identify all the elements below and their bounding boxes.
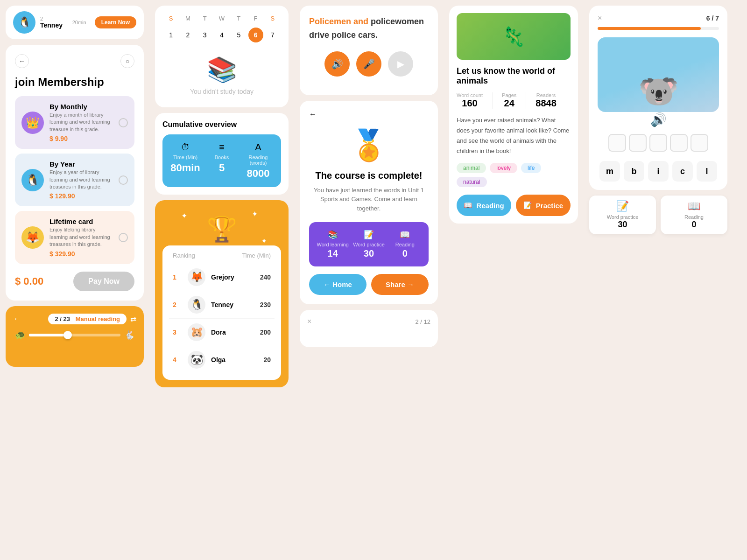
learn-now-button[interactable]: Learn Now	[95, 16, 136, 28]
plan-yearly-avatar: 🐧	[21, 169, 44, 191]
ranking-row-3: 3 🐹 Dora 200	[169, 319, 275, 346]
cal-sunday-label: S	[162, 13, 179, 24]
plan-yearly[interactable]: 🐧 By Year Enjoy a year of library learni…	[15, 154, 134, 206]
plan-monthly[interactable]: 👑 By Monthly Enjoy a month of library le…	[15, 96, 134, 149]
animal-book-card: 🦎 Let us know the world of animals Word …	[449, 6, 578, 224]
manual-reading-settings-button[interactable]: ⇄	[130, 315, 136, 323]
cc-stat-word-learning-label: Word learning	[317, 242, 349, 247]
word-count-value: 160	[457, 98, 483, 109]
course-complete-card: ← 🏅 The course is complete! You have jus…	[300, 101, 438, 305]
slider-fill	[29, 334, 65, 336]
letter-option-b[interactable]: b	[624, 161, 644, 182]
membership-back-button[interactable]: ←	[15, 54, 29, 68]
plan-monthly-info: By Monthly Enjoy a month of library lear…	[49, 103, 113, 142]
tag-life[interactable]: life	[521, 163, 541, 173]
course-complete-title: The course is complete!	[309, 170, 429, 181]
stat-reading: A Reading (words) 8000	[243, 142, 274, 180]
word-stats-row: 📝 Word practice 30 📖 Reading 0	[589, 196, 727, 234]
word-audio-area: 🔊	[598, 112, 719, 127]
flashcard-progress-bar	[598, 27, 719, 30]
rank-1-name: Grejory	[211, 273, 260, 281]
manual-reading-slider[interactable]: 🐢 🐇	[13, 330, 136, 340]
cc-reading-icon: 📖	[389, 230, 421, 240]
plan-monthly-avatar: 👑	[21, 112, 44, 134]
tag-animal[interactable]: animal	[457, 163, 486, 173]
stat-time: ⏱ Time (Min) 80min	[170, 142, 201, 180]
rank-1-num: 1	[173, 273, 182, 281]
plan-monthly-radio[interactable]	[119, 118, 128, 127]
manual-reading-back-button[interactable]: ←	[13, 314, 21, 324]
plan-yearly-info: By Year Enjoy a year of library learning…	[49, 160, 113, 200]
tag-natural[interactable]: natural	[457, 177, 487, 187]
plan-yearly-radio[interactable]	[119, 175, 128, 185]
letter-option-m[interactable]: m	[599, 161, 620, 182]
reading-button[interactable]: 📖 Reading	[457, 195, 511, 216]
calendar-dates-row: 1 2 3 4 5 6 7	[162, 28, 281, 42]
speaker-button[interactable]: 🔊	[324, 51, 350, 77]
cal-date-4[interactable]: 4	[214, 28, 229, 42]
plan-lifetime-avatar: 🦊	[21, 226, 44, 249]
speed-slider-track[interactable]	[29, 334, 120, 336]
ranking-col-label: Ranking	[173, 252, 195, 259]
plan-lifetime-radio[interactable]	[119, 233, 128, 242]
cc-stat-word-practice-value: 30	[352, 248, 385, 259]
ranking-header: Ranking Time (Min)	[169, 252, 275, 264]
letter-option-c[interactable]: c	[672, 161, 693, 182]
ranking-list: Ranking Time (Min) 1 🦊 Grejory 240 2 🐧 T…	[162, 245, 281, 380]
letter-blank-1	[608, 134, 626, 152]
letter-option-l[interactable]: l	[697, 161, 717, 182]
plan-yearly-price: $ 129.90	[49, 192, 113, 200]
manual-reading-card: ← 2 / 23 Manual reading ⇄ 🐢 🐇	[6, 306, 144, 367]
plan-lifetime[interactable]: 🦊 Lifetime card Enjoy lifelong library l…	[15, 211, 134, 264]
cal-date-3[interactable]: 3	[197, 28, 212, 42]
calendar-days-header: S M T W T F S	[162, 13, 281, 24]
progress-bar-fill	[598, 27, 701, 30]
letter-option-i[interactable]: i	[648, 161, 669, 182]
word-audio-icon[interactable]: 🔊	[650, 112, 667, 127]
plan-lifetime-desc: Enjoy lifelong library learning and word…	[49, 226, 113, 248]
spark-icon-1: ✦	[181, 211, 187, 220]
manual-reading-progress: 2 / 23 Manual reading	[48, 314, 127, 324]
cumulative-stats: ⏱ Time (Min) 80min ≡ Books 5 A Reading (…	[162, 134, 281, 187]
flashcard-close-button[interactable]: ×	[598, 14, 602, 22]
open-book-icon: 📚	[162, 56, 281, 84]
location-button[interactable]: ○	[120, 54, 134, 68]
letter-blank-2	[629, 134, 647, 152]
readers-value: 8848	[536, 98, 557, 109]
tags-row: animal lovely life natural	[457, 163, 571, 187]
play-button[interactable]: ▶	[388, 51, 413, 77]
spark-icon-3: ✦	[261, 237, 267, 245]
microphone-button[interactable]: 🎤	[356, 51, 381, 77]
time-icon: ⏱	[170, 142, 201, 153]
readers-item: Readers 8848	[536, 92, 557, 109]
cal-date-1[interactable]: 1	[163, 28, 178, 42]
plan-lifetime-price: $ 329.90	[49, 250, 113, 258]
stat-time-value: 80min	[170, 162, 201, 174]
rank-4-num: 4	[173, 356, 182, 364]
reading-btn-icon: 📖	[464, 201, 472, 210]
cal-wednesday-label: W	[213, 13, 230, 24]
animal-desc: Have you ever raised animals? What does …	[457, 115, 571, 156]
share-button[interactable]: Share →	[371, 274, 429, 295]
reading-mini-label: Reading	[665, 214, 723, 220]
home-button[interactable]: ← Home	[309, 274, 366, 295]
stat-books-label: Books	[206, 154, 237, 160]
cal-date-7[interactable]: 7	[265, 28, 280, 42]
rank-3-name: Dora	[211, 329, 260, 336]
course-back-button[interactable]: ←	[309, 110, 429, 119]
flashcard-header: × 6 / 7	[598, 14, 719, 22]
medal-icon: 🏅	[309, 128, 429, 163]
quiz-small-card: × 2 / 12	[300, 310, 438, 347]
ranking-row-1: 1 🦊 Grejory 240	[169, 264, 275, 291]
cal-date-5[interactable]: 5	[231, 28, 246, 42]
cal-date-6-active[interactable]: 6	[248, 28, 263, 42]
cal-date-2[interactable]: 2	[180, 28, 195, 42]
cc-stat-word-practice-label: Word practice	[352, 242, 385, 247]
slider-thumb[interactable]	[63, 331, 72, 339]
calendar-card: S M T W T F S 1 2 3 4 5 6 7 📚 You didn't…	[155, 6, 289, 107]
practice-button[interactable]: 📝 Practice	[516, 195, 571, 216]
plan-yearly-name: By Year	[49, 160, 113, 168]
quiz-close-button[interactable]: ×	[307, 317, 311, 326]
pay-now-button[interactable]: Pay Now	[73, 272, 134, 291]
tag-lovely[interactable]: lovely	[490, 163, 517, 173]
